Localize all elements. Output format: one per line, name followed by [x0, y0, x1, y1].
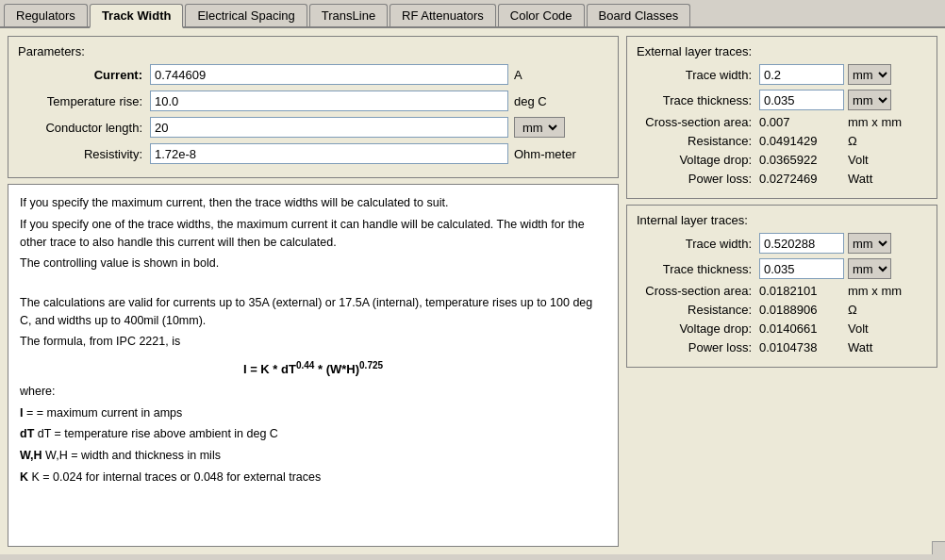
- temp-unit: deg C: [514, 94, 547, 108]
- int-voltage-unit: Volt: [848, 321, 869, 336]
- int-trace-width-input[interactable]: [759, 233, 844, 254]
- current-unit: A: [514, 68, 522, 82]
- ext-trace-thickness-unit[interactable]: mm inch mil: [848, 90, 891, 110]
- tab-transline[interactable]: TransLine: [309, 4, 388, 26]
- int-resistance-unit: Ω: [848, 303, 857, 317]
- ext-voltage-row: Voltage drop: 0.0365922 Volt: [637, 153, 927, 167]
- int-cross-section-label: Cross-section area:: [637, 284, 759, 298]
- left-panel: Parameters: Current: A Temperature rise:…: [8, 36, 619, 547]
- int-trace-thickness-row: Trace thickness: mm inch mil: [637, 258, 927, 279]
- ext-voltage-label: Voltage drop:: [637, 153, 759, 167]
- main-content: Parameters: Current: A Temperature rise:…: [0, 28, 945, 554]
- tab-rf-attenuators[interactable]: RF Attenuators: [390, 4, 496, 26]
- right-panel: External layer traces: Trace width: mm i…: [626, 36, 937, 547]
- int-cross-section-unit: mm x mm: [848, 284, 902, 298]
- info-formula: I = K * dT0.44 * (W*H)0.725: [20, 358, 606, 379]
- ext-cross-section-row: Cross-section area: 0.007 mm x mm: [637, 115, 927, 129]
- external-layer-group: External layer traces: Trace width: mm i…: [626, 36, 937, 199]
- ext-resistance-unit: Ω: [848, 134, 857, 148]
- ext-trace-width-unit[interactable]: mm inch mil: [848, 64, 891, 85]
- tab-track-width[interactable]: Track Width: [90, 4, 184, 28]
- int-trace-width-unit[interactable]: mm inch mil: [848, 233, 891, 254]
- tab-electrical-spacing[interactable]: Electrical Spacing: [185, 4, 307, 26]
- int-power-unit: Watt: [848, 340, 872, 354]
- tab-bar: Regulators Track Width Electrical Spacin…: [0, 0, 945, 28]
- int-resistance-label: Resistance:: [637, 303, 759, 317]
- info-box: If you specify the maximum current, then…: [8, 184, 619, 547]
- int-voltage-value: 0.0140661: [759, 321, 844, 336]
- ext-trace-thickness-label: Trace thickness:: [637, 93, 759, 107]
- temp-row: Temperature rise: deg C: [18, 91, 608, 111]
- int-power-row: Power loss: 0.0104738 Watt: [637, 340, 927, 354]
- ext-power-value: 0.0272469: [759, 172, 844, 186]
- info-line2: If you specify one of the trace widths, …: [20, 216, 606, 252]
- ext-power-unit: Watt: [848, 172, 872, 186]
- ext-resistance-row: Resistance: 0.0491429 Ω: [637, 134, 927, 148]
- resistivity-input[interactable]: [150, 143, 508, 164]
- int-trace-thickness-label: Trace thickness:: [637, 262, 759, 276]
- parameters-title: Parameters:: [18, 44, 608, 58]
- info-dt-def: dT dT = temperature rise above ambient i…: [20, 425, 606, 443]
- ext-power-row: Power loss: 0.0272469 Watt: [637, 172, 927, 186]
- int-trace-width-row: Trace width: mm inch mil: [637, 233, 927, 254]
- info-line4: The calculations are valid for currents …: [20, 294, 606, 330]
- info-line5: The formula, from IPC 2221, is: [20, 333, 606, 351]
- ext-cross-section-value: 0.007: [759, 115, 844, 129]
- resistivity-unit: Ohm-meter: [514, 147, 576, 161]
- info-where: where:: [20, 383, 606, 401]
- info-i-def: I = = maximum current in amps: [20, 404, 606, 422]
- int-voltage-label: Voltage drop:: [637, 321, 759, 336]
- conductor-unit-dropdown[interactable]: mm inch mil: [519, 120, 560, 136]
- ext-cross-section-unit: mm x mm: [848, 115, 902, 129]
- ext-trace-width-input[interactable]: [759, 64, 844, 85]
- parameters-group: Parameters: Current: A Temperature rise:…: [8, 36, 619, 178]
- ext-resistance-value: 0.0491429: [759, 134, 844, 148]
- temp-input[interactable]: [150, 91, 508, 111]
- resistivity-row: Resistivity: Ohm-meter: [18, 143, 608, 164]
- current-input[interactable]: [150, 64, 508, 85]
- tab-board-classes[interactable]: Board Classes: [587, 4, 691, 26]
- ext-trace-width-label: Trace width:: [637, 68, 759, 82]
- tab-color-code[interactable]: Color Code: [498, 4, 585, 26]
- int-trace-thickness-select[interactable]: mm inch mil: [849, 259, 890, 278]
- current-label: Current:: [18, 68, 150, 82]
- int-resistance-row: Resistance: 0.0188906 Ω: [637, 303, 927, 317]
- conductor-unit-box[interactable]: mm inch mil: [514, 117, 565, 138]
- ext-voltage-value: 0.0365922: [759, 153, 844, 167]
- int-resistance-value: 0.0188906: [759, 303, 844, 317]
- external-layer-title: External layer traces:: [637, 44, 927, 58]
- resistivity-label: Resistivity:: [18, 147, 150, 161]
- ext-power-label: Power loss:: [637, 172, 759, 186]
- resize-handle[interactable]: [932, 541, 945, 554]
- int-trace-thickness-unit[interactable]: mm inch mil: [848, 258, 891, 279]
- conductor-row: Conductor length: mm inch mil: [18, 117, 608, 138]
- ext-trace-width-select[interactable]: mm inch mil: [849, 65, 890, 84]
- conductor-label: Conductor length:: [18, 121, 150, 135]
- internal-layer-title: Internal layer traces:: [637, 213, 927, 227]
- int-trace-thickness-input[interactable]: [759, 258, 844, 279]
- int-trace-width-label: Trace width:: [637, 237, 759, 251]
- int-voltage-row: Voltage drop: 0.0140661 Volt: [637, 321, 927, 336]
- int-power-label: Power loss:: [637, 340, 759, 354]
- int-trace-width-select[interactable]: mm inch mil: [849, 234, 890, 253]
- ext-trace-thickness-input[interactable]: [759, 90, 844, 110]
- ext-trace-thickness-select[interactable]: mm inch mil: [849, 91, 890, 109]
- temp-label: Temperature rise:: [18, 94, 150, 108]
- tab-regulators[interactable]: Regulators: [4, 4, 88, 26]
- int-cross-section-value: 0.0182101: [759, 284, 844, 298]
- info-wh-def: W,H W,H = width and thickness in mils: [20, 447, 606, 465]
- conductor-unit-select: mm inch mil: [514, 117, 565, 138]
- ext-cross-section-label: Cross-section area:: [637, 115, 759, 129]
- ext-trace-width-row: Trace width: mm inch mil: [637, 64, 927, 85]
- info-k-def: K K = 0.024 for internal traces or 0.048…: [20, 469, 606, 486]
- internal-layer-group: Internal layer traces: Trace width: mm i…: [626, 205, 937, 368]
- int-cross-section-row: Cross-section area: 0.0182101 mm x mm: [637, 284, 927, 298]
- current-row: Current: A: [18, 64, 608, 85]
- ext-voltage-unit: Volt: [848, 153, 869, 167]
- conductor-input[interactable]: [150, 117, 508, 138]
- int-power-value: 0.0104738: [759, 340, 844, 354]
- info-line1: If you specify the maximum current, then…: [20, 194, 606, 212]
- ext-resistance-label: Resistance:: [637, 134, 759, 148]
- ext-trace-thickness-row: Trace thickness: mm inch mil: [637, 90, 927, 110]
- info-line3: The controlling value is shown in bold.: [20, 255, 606, 272]
